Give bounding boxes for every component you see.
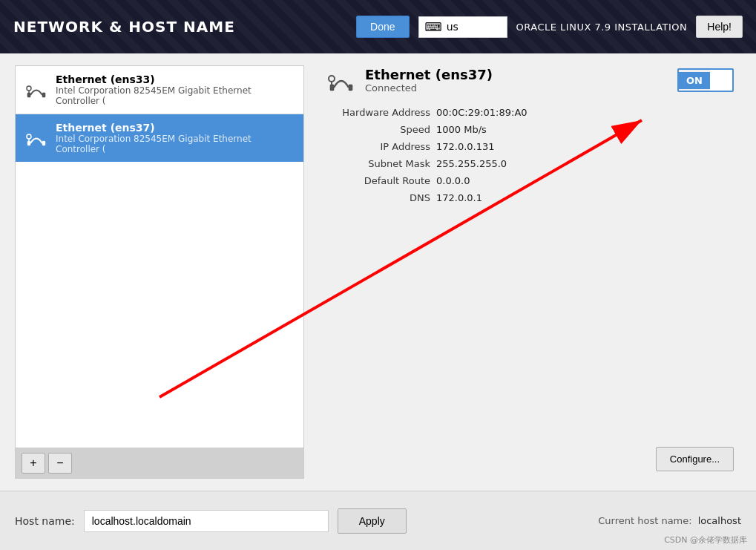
dns-label: DNS	[341, 192, 430, 203]
svg-rect-8	[330, 85, 334, 91]
network-item-subtitle: Intel Corporation 82545EM Gigabit Ethern…	[56, 134, 295, 154]
right-panel: Ethernet (ens37) Connected ON Hardware A…	[319, 65, 741, 479]
bottom-bar: Host name: Apply Current host name: loca…	[0, 491, 756, 550]
svg-rect-0	[27, 93, 30, 97]
dns-value: 172.0.0.1	[436, 192, 482, 203]
ip-address-row: IP Address 172.0.0.131	[341, 141, 734, 152]
network-item-name: Ethernet (ens37)	[56, 122, 295, 134]
keyboard-lang: us	[447, 21, 458, 33]
eth-info: Ethernet (ens37) Connected	[326, 65, 493, 95]
ethernet-icon	[24, 78, 48, 102]
svg-point-6	[27, 134, 31, 139]
eth-status: Connected	[365, 82, 493, 94]
keyboard-icon: ⌨	[425, 20, 442, 34]
hardware-address-label: Hardware Address	[341, 107, 430, 118]
ethernet-icon	[24, 126, 48, 150]
apply-button[interactable]: Apply	[338, 508, 407, 534]
network-item-name: Ethernet (ens33)	[56, 73, 295, 85]
ip-address-label: IP Address	[341, 141, 430, 152]
current-host-area: Current host name: localhost	[598, 515, 741, 526]
ip-address-value: 172.0.0.131	[436, 141, 495, 152]
done-button[interactable]: Done	[356, 16, 409, 38]
network-item-info: Ethernet (ens37) Intel Corporation 82545…	[56, 122, 295, 154]
eth-details: Hardware Address 00:0C:29:01:89:A0 Speed…	[341, 107, 734, 203]
left-panel: Ethernet (ens33) Intel Corporation 82545…	[15, 65, 304, 479]
default-route-row: Default Route 0.0.0.0	[341, 175, 734, 186]
network-item-subtitle: Intel Corporation 82545EM Gigabit Ethern…	[56, 85, 295, 106]
speed-row: Speed 1000 Mb/s	[341, 124, 734, 135]
remove-network-button[interactable]: −	[48, 453, 72, 474]
list-item[interactable]: Ethernet (ens33) Intel Corporation 82545…	[16, 66, 303, 114]
list-controls: + −	[15, 448, 304, 479]
speed-value: 1000 Mb/s	[436, 124, 487, 135]
svg-rect-1	[42, 93, 45, 97]
header: NETWORK & HOST NAME Done ⌨ us ORACLE LIN…	[0, 0, 756, 53]
dns-row: DNS 172.0.0.1	[341, 192, 734, 203]
watermark: CSDN @余佬学数据库	[664, 534, 747, 546]
host-name-input[interactable]	[84, 510, 329, 532]
configure-button[interactable]: Configure...	[656, 447, 734, 471]
header-right: Done ⌨ us ORACLE LINUX 7.9 INSTALLATION …	[356, 16, 743, 38]
svg-point-2	[27, 86, 31, 91]
eth-name: Ethernet (ens37)	[365, 67, 493, 82]
host-name-label: Host name:	[15, 515, 75, 527]
subnet-mask-row: Subnet Mask 255.255.255.0	[341, 158, 734, 169]
help-button[interactable]: Help!	[696, 16, 743, 38]
network-list: Ethernet (ens33) Intel Corporation 82545…	[15, 65, 304, 448]
hardware-address-row: Hardware Address 00:0C:29:01:89:A0	[341, 107, 734, 118]
toggle-switch[interactable]: ON	[677, 68, 734, 92]
keyboard-input: ⌨ us	[418, 16, 507, 38]
page-title: NETWORK & HOST NAME	[13, 18, 235, 36]
svg-rect-5	[42, 141, 45, 145]
toggle-off-area	[710, 70, 732, 91]
installation-subtitle: ORACLE LINUX 7.9 INSTALLATION	[516, 22, 688, 33]
main-content: Ethernet (ens33) Intel Corporation 82545…	[0, 53, 756, 491]
default-route-value: 0.0.0.0	[436, 175, 470, 186]
current-host-value: localhost	[698, 515, 741, 526]
svg-rect-9	[349, 85, 352, 91]
toggle-on-label: ON	[679, 72, 710, 89]
network-item-info: Ethernet (ens33) Intel Corporation 82545…	[56, 73, 295, 106]
subnet-mask-value: 255.255.255.0	[436, 158, 507, 169]
eth-header: Ethernet (ens37) Connected ON	[326, 65, 734, 95]
subnet-mask-label: Subnet Mask	[341, 158, 430, 169]
svg-rect-4	[27, 141, 30, 145]
add-network-button[interactable]: +	[22, 453, 45, 474]
current-host-label: Current host name:	[598, 515, 691, 526]
hardware-address-value: 00:0C:29:01:89:A0	[436, 107, 527, 118]
speed-label: Speed	[341, 124, 430, 135]
eth-text: Ethernet (ens37) Connected	[365, 67, 493, 94]
header-left: NETWORK & HOST NAME	[13, 18, 235, 36]
list-item[interactable]: Ethernet (ens37) Intel Corporation 82545…	[16, 114, 303, 162]
default-route-label: Default Route	[341, 175, 430, 186]
svg-point-10	[329, 76, 335, 82]
eth-icon	[326, 65, 356, 95]
